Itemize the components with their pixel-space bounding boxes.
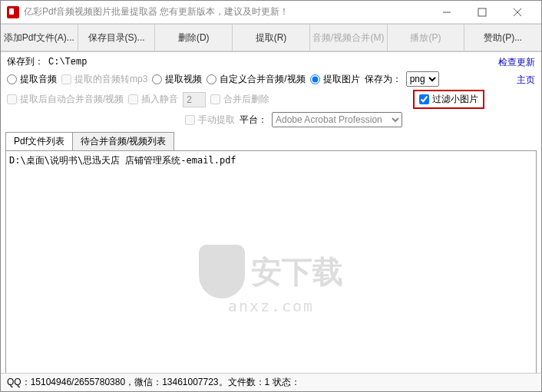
- filter-small-image-checkbox[interactable]: 过滤小图片: [419, 93, 478, 106]
- add-file-button[interactable]: 添加Pdf文件(A)...: [1, 24, 78, 51]
- manual-extract-checkbox[interactable]: 手动提取: [185, 114, 235, 127]
- auto-merge-checkbox[interactable]: 提取后自动合并音频/视频: [7, 93, 124, 106]
- options-row-1: 提取音频 提取的音频转mp3 提取视频 自定义合并音频/视频 提取图片 保存为：…: [1, 70, 541, 88]
- save-to-label: 保存到：: [7, 55, 44, 68]
- custom-merge-radio[interactable]: 自定义合并音频/视频: [207, 73, 305, 86]
- filter-small-image-highlight: 过滤小图片: [413, 90, 484, 109]
- tab-file-list[interactable]: Pdf文件列表: [5, 132, 73, 150]
- watermark: 安下载: [199, 245, 343, 298]
- extract-audio-mp3-checkbox[interactable]: 提取的音频转mp3: [61, 73, 147, 86]
- save-to-row: 保存到： C:\Temp: [1, 52, 541, 70]
- tabs: Pdf文件列表 待合并音频/视频列表: [5, 132, 541, 150]
- window-title: 亿彩Pdf音频视频图片批量提取器 您有更新版本，建议及时更新！: [24, 5, 429, 18]
- extract-audio-radio[interactable]: 提取音频: [7, 73, 57, 86]
- merge-button[interactable]: 音频/视频合并(M): [309, 24, 387, 51]
- file-list-area[interactable]: D:\桌面\说明书\思迅天店 店铺管理系统-email.pdf 安下载 anxz…: [5, 150, 537, 392]
- close-button[interactable]: [500, 1, 535, 24]
- maximize-button[interactable]: [464, 1, 500, 24]
- app-icon: [7, 6, 19, 18]
- extract-button[interactable]: 提取(R): [232, 24, 309, 51]
- shield-icon: [199, 245, 245, 298]
- toolbar: 添加Pdf文件(A)... 保存目录(S)... 删除(D) 提取(R) 音频/…: [1, 24, 541, 52]
- delete-button[interactable]: 删除(D): [154, 24, 232, 51]
- list-item[interactable]: D:\桌面\说明书\思迅天店 店铺管理系统-email.pdf: [9, 154, 533, 167]
- sponsor-button[interactable]: 赞助(P)...: [464, 24, 541, 51]
- platform-select[interactable]: Adobe Acrobat Profession: [272, 112, 402, 127]
- check-update-link[interactable]: 检查更新: [498, 56, 535, 69]
- platform-label: 平台：: [240, 114, 267, 127]
- titlebar: 亿彩Pdf音频视频图片批量提取器 您有更新版本，建议及时更新！: [1, 1, 541, 24]
- extract-video-radio[interactable]: 提取视频: [152, 73, 202, 86]
- svg-rect-1: [478, 8, 486, 16]
- options-row-2: 提取后自动合并音频/视频 插入静音 2 合并后删除 过滤小图片: [1, 88, 541, 110]
- delete-after-merge-checkbox[interactable]: 合并后删除: [210, 93, 269, 106]
- save-to-path: C:\Temp: [48, 57, 87, 68]
- status-text: QQ：15104946/2655780380，微信：13461007723。文件…: [7, 376, 300, 389]
- homepage-link[interactable]: 主页: [517, 74, 535, 87]
- save-dir-button[interactable]: 保存目录(S)...: [78, 24, 155, 51]
- options-row-3: 手动提取 平台： Adobe Acrobat Profession: [1, 110, 541, 129]
- save-as-label: 保存为：: [365, 73, 402, 86]
- silence-spinner[interactable]: 2: [183, 92, 206, 107]
- save-as-select[interactable]: png: [406, 71, 439, 87]
- play-button[interactable]: 播放(P): [387, 24, 464, 51]
- minimize-button[interactable]: [429, 1, 464, 24]
- extract-image-radio[interactable]: 提取图片: [310, 73, 360, 86]
- statusbar: QQ：15104946/2655780380，微信：13461007723。文件…: [1, 373, 541, 391]
- watermark-sub: anxz.com: [228, 297, 314, 315]
- insert-silence-checkbox[interactable]: 插入静音: [128, 93, 178, 106]
- side-links: 检查更新 主页: [498, 56, 535, 87]
- tab-merge-list[interactable]: 待合并音频/视频列表: [72, 132, 174, 150]
